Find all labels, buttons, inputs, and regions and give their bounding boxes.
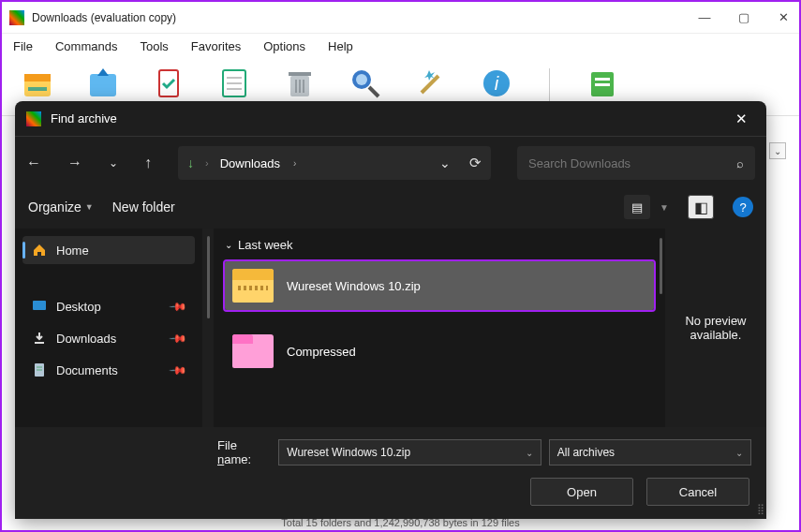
folder-icon bbox=[232, 334, 274, 368]
chevron-down-icon[interactable]: ⌄ bbox=[526, 448, 533, 458]
svg-rect-11 bbox=[289, 72, 311, 76]
nav-up-button[interactable]: ↑ bbox=[144, 155, 152, 171]
svg-point-16 bbox=[356, 74, 367, 85]
svg-rect-24 bbox=[595, 83, 610, 86]
sidebar-item-desktop[interactable]: Desktop 📌 bbox=[22, 292, 195, 320]
svg-rect-2 bbox=[28, 87, 47, 91]
zip-file-icon bbox=[232, 269, 274, 303]
svg-rect-23 bbox=[595, 78, 610, 81]
svg-rect-1 bbox=[24, 74, 51, 81]
menu-bar: File Commands Tools Favorites Options He… bbox=[2, 34, 799, 61]
menu-options[interactable]: Options bbox=[261, 37, 307, 55]
breadcrumb-chevron-icon[interactable]: › bbox=[293, 158, 296, 169]
dialog-logo-icon bbox=[26, 111, 41, 126]
document-icon bbox=[32, 362, 47, 377]
window-title: Downloads (evaluation copy) bbox=[32, 11, 696, 24]
menu-help[interactable]: Help bbox=[326, 37, 355, 55]
pin-icon: 📌 bbox=[169, 297, 188, 317]
svg-line-17 bbox=[369, 87, 378, 96]
menu-commands[interactable]: Commands bbox=[53, 37, 119, 55]
file-type-filter[interactable]: All archives ⌄ bbox=[549, 439, 751, 466]
chevron-down-icon[interactable]: ⌄ bbox=[735, 448, 743, 458]
filename-label: File name: bbox=[217, 438, 271, 466]
sidebar-item-downloads[interactable]: Downloads 📌 bbox=[22, 324, 195, 352]
nav-forward-button[interactable]: → bbox=[67, 155, 82, 171]
sidebar-item-label: Desktop bbox=[56, 300, 101, 314]
extract-icon[interactable] bbox=[84, 65, 122, 106]
info-icon[interactable]: i bbox=[478, 65, 515, 106]
desktop-icon bbox=[32, 299, 47, 314]
resize-grip[interactable]: ⣿ bbox=[757, 503, 763, 515]
svg-text:i: i bbox=[495, 73, 499, 94]
file-name-label: Compressed bbox=[287, 345, 356, 359]
file-name-label: Wureset Windows 10.zip bbox=[287, 279, 421, 293]
search-input[interactable] bbox=[528, 156, 736, 170]
nav-back-button[interactable]: ← bbox=[26, 155, 41, 171]
sidebar-item-home[interactable]: Home bbox=[22, 236, 195, 264]
filename-input[interactable]: Wureset Windows 10.zip ⌄ bbox=[278, 439, 541, 466]
sidebar-item-documents[interactable]: Documents 📌 bbox=[22, 356, 195, 384]
dialog-title: Find archive bbox=[51, 111, 728, 126]
organize-menu[interactable]: Organize▼ bbox=[28, 200, 94, 214]
delete-icon[interactable] bbox=[281, 65, 319, 106]
cancel-button[interactable]: Cancel bbox=[646, 478, 749, 506]
chevron-down-icon: ▼ bbox=[85, 202, 94, 212]
minimize-button[interactable]: — bbox=[696, 9, 713, 26]
filter-dropdown-button[interactable]: ⌄ bbox=[769, 142, 786, 159]
breadcrumb-location[interactable]: Downloads bbox=[220, 156, 280, 170]
find-icon[interactable] bbox=[347, 65, 384, 106]
search-box[interactable]: ⌕ bbox=[517, 146, 755, 180]
nav-history-dropdown[interactable]: ⌄ bbox=[109, 156, 118, 170]
address-dropdown-button[interactable]: ⌄ bbox=[439, 155, 451, 170]
close-button[interactable]: ✕ bbox=[775, 9, 792, 26]
view-icon[interactable] bbox=[215, 65, 253, 106]
open-button[interactable]: Open bbox=[530, 478, 633, 506]
preview-pane-toggle[interactable]: ◧ bbox=[688, 195, 714, 219]
file-item[interactable]: Compressed bbox=[225, 327, 654, 376]
sidebar-item-label: Downloads bbox=[56, 332, 116, 346]
sidebar-home-label: Home bbox=[56, 244, 89, 258]
maximize-button[interactable]: ▢ bbox=[735, 9, 752, 26]
dialog-close-button[interactable]: ✕ bbox=[728, 107, 755, 131]
search-icon[interactable]: ⌕ bbox=[736, 156, 744, 170]
sidebar-scrollbar[interactable] bbox=[202, 229, 214, 427]
help-button[interactable]: ? bbox=[733, 197, 753, 217]
pin-icon: 📌 bbox=[169, 361, 188, 380]
refresh-button[interactable]: ⟳ bbox=[469, 155, 482, 171]
preview-pane: No preview available. bbox=[665, 229, 766, 427]
svg-rect-25 bbox=[33, 301, 46, 310]
download-icon bbox=[32, 331, 47, 346]
menu-file[interactable]: File bbox=[11, 37, 35, 55]
view-mode-button[interactable]: ▤ bbox=[624, 195, 650, 219]
home-icon bbox=[32, 243, 47, 258]
address-bar[interactable]: ↓ › Downloads › ⌄ ⟳ bbox=[178, 146, 491, 180]
downloads-folder-icon: ↓ bbox=[187, 155, 194, 170]
pin-icon: 📌 bbox=[169, 329, 188, 348]
winrar-logo-icon bbox=[9, 10, 24, 25]
test-icon[interactable] bbox=[150, 65, 187, 106]
chevron-down-icon[interactable]: ▼ bbox=[660, 202, 669, 213]
new-folder-button[interactable]: New folder bbox=[112, 200, 175, 214]
sidebar-item-label: Documents bbox=[56, 363, 118, 377]
menu-tools[interactable]: Tools bbox=[138, 37, 170, 55]
chevron-down-icon: ⌄ bbox=[225, 240, 232, 250]
find-archive-dialog: Find archive ✕ ← → ⌄ ↑ ↓ › Downloads › ⌄… bbox=[15, 101, 766, 519]
add-icon[interactable] bbox=[19, 65, 56, 106]
file-item-selected[interactable]: Wureset Windows 10.zip bbox=[225, 261, 654, 310]
svg-rect-3 bbox=[90, 74, 116, 96]
group-header[interactable]: ⌄ Last week bbox=[225, 238, 654, 252]
main-scrollbar[interactable] bbox=[656, 238, 665, 294]
svg-marker-4 bbox=[97, 68, 109, 76]
menu-favorites[interactable]: Favorites bbox=[189, 37, 243, 55]
repair-icon[interactable] bbox=[584, 65, 621, 106]
wizard-icon[interactable] bbox=[412, 65, 450, 106]
